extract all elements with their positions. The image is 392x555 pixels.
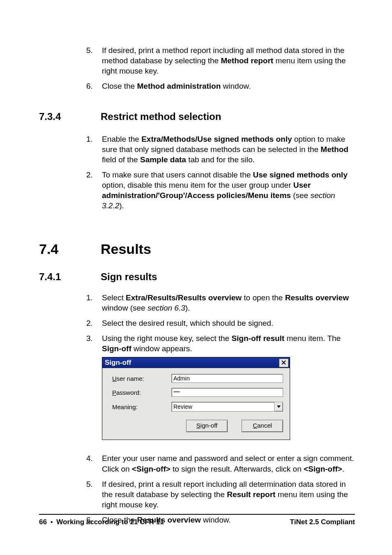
meaning-select[interactable]: Review [171,402,283,412]
footer-left: 66 • Working according to 21 CFR 11 [39,518,164,526]
footer-section: Working according to 21 CFR 11 [56,518,164,526]
page-content: 5. If desired, print a method report inc… [0,0,392,525]
username-input[interactable]: Admin [171,374,283,383]
username-row: User name: Admin [112,374,283,383]
window-ref: Method administration [137,82,221,90]
list-number: 2. [86,170,102,180]
list-item: 5. If desired, print a result report inc… [86,479,355,510]
list-continuation: 5. If desired, print a method report inc… [86,45,355,91]
footer-rule [39,514,355,515]
list-number: 6. [86,81,102,91]
list-body: Enable the Extra/Methods/Use signed meth… [102,134,355,165]
menu-item-ref: Method report [221,56,273,65]
list-body: Enter your user name and password and se… [102,453,355,474]
cancel-button[interactable]: Cancel [242,420,283,432]
list-number: 5. [86,45,102,55]
password-label: Password: [112,389,171,397]
dropdown-button[interactable] [274,402,283,412]
list-item: 3. Using the right mouse key, select the… [86,333,355,448]
heading-title: Results [101,240,151,258]
list-item: 5. If desired, print a method report inc… [86,45,355,76]
dialog-screenshot: Sign-off User name: Admin [102,357,355,440]
close-button[interactable] [279,359,288,367]
password-row: Password: ****** [112,388,283,397]
list-body: If desired, print a result report includ… [102,479,355,510]
chevron-down-icon [277,405,281,408]
heading-title: Sign results [101,270,157,283]
dialog-body: User name: Admin Password: ****** Meanin… [102,368,290,440]
page-number: 66 [39,518,47,526]
list-number: 4. [86,453,102,463]
heading-number: 7.4.1 [39,270,101,283]
heading-7-3-4: 7.3.4 Restrict method selection [39,110,355,123]
heading-7-4-1: 7.4.1 Sign results [39,270,355,283]
close-icon [281,359,286,366]
list-number: 2. [86,318,102,328]
heading-number: 7.4 [39,240,101,258]
list-7-4-1: 1. Select Extra/Results/Results overview… [86,292,355,525]
footer-product: TiNet 2.5 Compliant [290,518,355,526]
heading-number: 7.3.4 [39,110,101,123]
meaning-value: Review [171,402,274,412]
dialog-buttons: Sign-off Cancel [186,420,283,432]
list-body: Using the right mouse key, select the Si… [102,333,355,448]
list-body: To make sure that users cannot disable t… [102,170,355,211]
list-number: 5. [86,479,102,489]
list-body: If desired, print a method report includ… [102,45,355,76]
list-item: 6. Close the Method administration windo… [86,81,355,91]
signoff-dialog: Sign-off User name: Admin [102,357,290,440]
dialog-title: Sign-off [105,358,131,367]
signoff-button[interactable]: Sign-off [186,420,228,432]
page-footer: 66 • Working according to 21 CFR 11 TiNe… [39,514,355,526]
dialog-titlebar: Sign-off [102,357,290,368]
heading-title: Restrict method selection [101,110,221,123]
meaning-row: Meaning: Review [112,402,283,412]
list-item: 2. Select the desired result, which shou… [86,318,355,328]
username-label: User name: [112,375,171,383]
list-number: 1. [86,292,102,303]
list-item: 4. Enter your user name and password and… [86,453,355,474]
list-number: 3. [86,333,102,343]
list-body: Select the desired result, which should … [102,318,355,328]
list-item: 1. Select Extra/Results/Results overview… [86,292,355,313]
list-body: Close the Method administration window. [102,81,355,91]
list-number: 1. [86,134,102,144]
password-input[interactable]: ****** [171,388,283,397]
list-body: Select Extra/Results/Results overview to… [102,292,355,313]
list-item: 2. To make sure that users cannot disabl… [86,170,355,211]
heading-7-4: 7.4 Results [39,240,355,258]
list-7-3-4: 1. Enable the Extra/Methods/Use signed m… [86,134,355,211]
list-item: 1. Enable the Extra/Methods/Use signed m… [86,134,355,165]
meaning-label: Meaning: [112,403,171,411]
footer-line: 66 • Working according to 21 CFR 11 TiNe… [39,518,355,526]
